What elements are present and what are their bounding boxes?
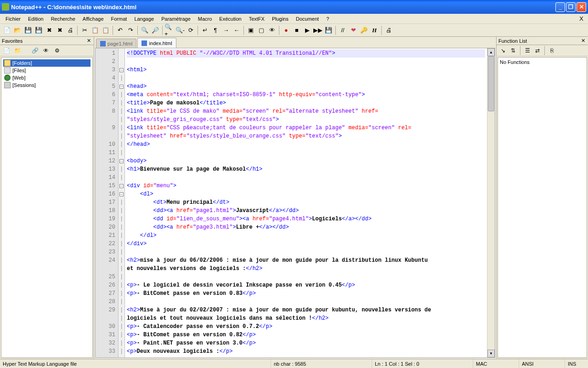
favorites-tree[interactable]: [Folders][Files][Web][Sessions]	[1, 57, 93, 358]
close-icon[interactable]: ✖	[44, 25, 54, 35]
favorites-item[interactable]: [Web]	[3, 74, 90, 81]
statusbar: Hyper Text Markup Language file nb char …	[0, 359, 588, 368]
menu-paramètrage[interactable]: Paramètrage	[158, 15, 194, 23]
favorites-toolbar: 📄 📁 🔗 👁 ⚙	[0, 45, 94, 56]
menu-langage[interactable]: Langage	[130, 15, 158, 23]
menu-format[interactable]: Format	[107, 15, 131, 23]
comment-icon[interactable]: //	[338, 25, 348, 35]
menu-document[interactable]: Document	[292, 15, 322, 23]
window-controls: _ ❐ ✕	[555, 2, 586, 12]
fl-list-icon[interactable]: ☰	[523, 46, 532, 55]
app-icon	[2, 3, 9, 11]
file-icon	[100, 41, 106, 46]
zoom-out-icon[interactable]: 🔍-	[175, 25, 185, 35]
save-macro-icon[interactable]: 💾	[323, 25, 334, 35]
favorites-item[interactable]: [Files]	[3, 67, 90, 74]
fav-add-file-icon[interactable]: 📄	[2, 46, 11, 55]
function-list-toolbar: ↘ ⇅ ☰ ⇄ ⎘	[497, 45, 588, 56]
favorites-item-label: [Sessions]	[12, 82, 36, 88]
tab-label: page1.html	[107, 41, 132, 46]
close-all-icon[interactable]: ✖	[55, 25, 65, 35]
wrap-icon[interactable]: ↵	[200, 25, 210, 35]
minimize-button[interactable]: _	[555, 2, 565, 12]
vertical-scrollbar[interactable]: ▲ ▼	[487, 48, 495, 357]
menu-textfx[interactable]: TextFX	[245, 15, 268, 23]
tab-index-html[interactable]: index.html	[137, 38, 176, 48]
favorites-header: Favorites ✕	[0, 37, 94, 45]
fl-goto-icon[interactable]: ↘	[498, 46, 508, 55]
tab-label: index.html	[149, 40, 172, 46]
favorites-item[interactable]: [Sessions]	[3, 81, 90, 89]
function-list-content: No Functions	[498, 57, 587, 358]
favorites-close-icon[interactable]: ✕	[86, 38, 92, 44]
fav-link-icon[interactable]: 🔗	[30, 46, 40, 55]
print-icon[interactable]: 🖨	[65, 25, 75, 35]
fav-add-folder-icon[interactable]: 📁	[13, 46, 22, 55]
fav-eye-icon[interactable]: 👁	[41, 46, 51, 55]
menu-exécution[interactable]: Exécution	[215, 15, 245, 23]
scroll-thumb[interactable]	[488, 56, 494, 111]
chars-icon[interactable]: ¶	[210, 25, 220, 35]
function-list-header: Function List ✕	[497, 37, 588, 45]
menu-macro[interactable]: Macro	[194, 15, 216, 23]
find-icon[interactable]: 🔍	[140, 25, 150, 35]
fold-column[interactable]: −│−││││││││−││−−│││││││││││││││││││	[119, 48, 125, 357]
undo-icon[interactable]: ↶	[115, 25, 125, 35]
replace-icon[interactable]: 🔎	[150, 25, 160, 35]
maximize-button[interactable]: ❐	[566, 2, 576, 12]
function-list-close-icon[interactable]: ✕	[580, 38, 586, 44]
web-icon	[4, 75, 11, 81]
play-multi-icon[interactable]: ▶▶	[313, 25, 323, 35]
key-icon[interactable]: 🔑	[359, 25, 369, 35]
toolbar: 📄📂💾💾✖✖🖨✂📋📋↶↷🔍🔎🔍+🔍-⟳↵¶→←▣▢👁●■▶▶▶💾//❤🔑H🖨	[0, 24, 588, 37]
window-title: Notepad++ - C:\données\site web\index.ht…	[11, 4, 555, 11]
function-list-panel: Function List ✕ ↘ ⇅ ☰ ⇄ ⎘ No Functions	[496, 37, 588, 359]
menubar: FichierEditionRechercheAffichageFormatLa…	[0, 14, 588, 24]
menu-edition[interactable]: Edition	[24, 15, 47, 23]
favorites-panel: Favorites ✕ 📄 📁 🔗 👁 ⚙ [Folders][Files][W…	[0, 37, 94, 359]
fold-icon[interactable]: ▣	[246, 25, 256, 35]
heart-icon[interactable]: ❤	[348, 25, 358, 35]
fl-sort-icon[interactable]: ⇅	[509, 46, 518, 55]
h-icon[interactable]: H	[369, 25, 379, 35]
save-icon[interactable]: 💾	[23, 25, 33, 35]
outdent-icon[interactable]: ←	[232, 25, 242, 35]
status-encoding: ANSI	[519, 359, 565, 368]
menu-affichage[interactable]: Affichage	[79, 15, 107, 23]
file-icon	[4, 67, 11, 74]
code-editor[interactable]: 1234567891011121314151617181920212223242…	[95, 48, 495, 358]
menu-plugins[interactable]: Plugins	[268, 15, 292, 23]
scroll-down-icon[interactable]: ▼	[487, 350, 495, 357]
redo-icon[interactable]: ↷	[125, 25, 136, 35]
code-content[interactable]: <!DOCTYPE html PUBLIC "-//W3C//DTD HTML …	[125, 48, 487, 357]
tab-page1-html[interactable]: page1.html	[96, 39, 136, 48]
sync-icon[interactable]: ⟳	[186, 25, 196, 35]
save-all-icon[interactable]: 💾	[34, 25, 44, 35]
mdi-close-icon[interactable]: X	[577, 15, 586, 22]
unfold-icon[interactable]: ▢	[256, 25, 266, 35]
status-mode: INS	[565, 359, 588, 368]
fl-copy-icon[interactable]: ⎘	[547, 46, 556, 55]
menu-?[interactable]: ?	[322, 15, 333, 23]
play-icon[interactable]: ▶	[302, 25, 312, 35]
new-icon[interactable]: 📄	[2, 25, 12, 35]
paste-icon[interactable]: 📋	[101, 25, 111, 35]
rec-icon[interactable]: ●	[281, 25, 291, 35]
favorites-item[interactable]: [Folders]	[3, 59, 90, 67]
copy-icon[interactable]: 📋	[90, 25, 100, 35]
cut-icon[interactable]: ✂	[79, 25, 90, 35]
fav-settings-icon[interactable]: ⚙	[52, 46, 62, 55]
menu-recherche[interactable]: Recherche	[47, 15, 79, 23]
tab-bar: page1.htmlindex.html	[94, 37, 496, 48]
titlebar: Notepad++ - C:\données\site web\index.ht…	[0, 0, 588, 14]
menu-fichier[interactable]: Fichier	[2, 15, 24, 23]
indent-icon[interactable]: →	[221, 25, 231, 35]
scroll-up-icon[interactable]: ▲	[487, 48, 495, 56]
fl-filter-icon[interactable]: ⇄	[533, 46, 542, 55]
zoom-in-icon[interactable]: 🔍+	[164, 25, 175, 35]
hidden-icon[interactable]: 👁	[267, 25, 277, 35]
close-button[interactable]: ✕	[577, 2, 586, 12]
stop-icon[interactable]: ■	[292, 25, 302, 35]
open-icon[interactable]: 📂	[12, 25, 23, 35]
print2-icon[interactable]: 🖨	[384, 25, 394, 35]
